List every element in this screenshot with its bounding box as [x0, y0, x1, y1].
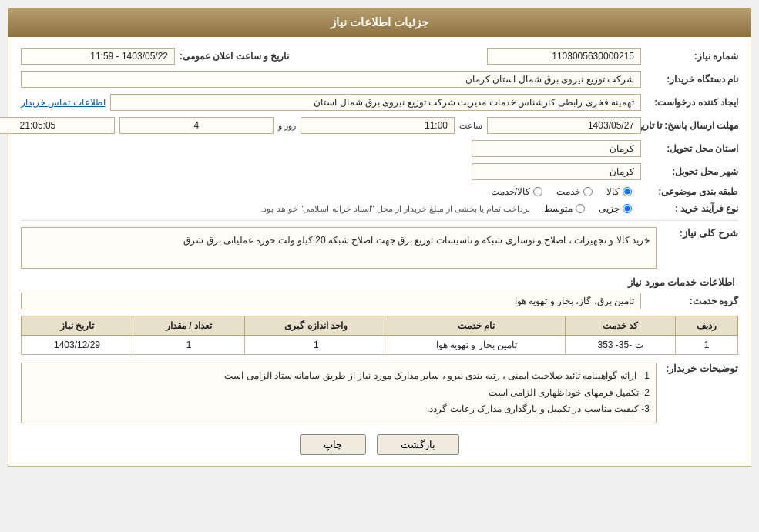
value-buyer-name: شرکت توزیع نیروی برق شمال استان کرمان [21, 71, 641, 88]
label-notes: توضیحات خریدار: [661, 363, 738, 374]
divider-1 [21, 220, 738, 221]
table-header-row: ردیف کد خدمت نام خدمت واحد اندازه گیری ت… [22, 316, 738, 336]
label-announce-date: تاریخ و ساعت اعلان عمومی: [180, 51, 289, 62]
value-description: خرید کالا و تجهیزات ، اصلاح و نوسازی شبک… [21, 227, 657, 269]
note-line: 1 - ارائه گواهینامه تائید صلاحیت ایمنی ،… [28, 368, 650, 385]
value-creator: تهمینه فخری رابطی کارشناس خدمات مدیریت ش… [110, 94, 641, 111]
value-deadline-date: 1403/05/27 [487, 117, 641, 134]
note-line: 2- تکمیل فرمهای خوداظهاری الزامی است [28, 385, 650, 402]
value-city: کرمان [472, 163, 641, 180]
radio-jozi-input[interactable] [623, 204, 632, 213]
radio-jozi[interactable]: جزیی [599, 203, 632, 214]
radio-kala-khedmat-label: کالا/خدمت [491, 186, 530, 197]
cell-unit: 1 [244, 336, 388, 355]
note-line: 3- کیفیت مناسب در تکمیل و بارگذاری مدارک… [28, 401, 650, 418]
row-ref-number: شماره نیاز: 1103005630000215 تاریخ و ساع… [21, 48, 738, 65]
cell-qty: 1 [133, 336, 245, 355]
process-type-note: پرداخت تمام یا بخشی از مبلغ خریدار از مح… [260, 204, 530, 214]
label-city: شهر محل تحویل: [646, 166, 738, 177]
row-deadline: مهلت ارسال پاسخ: تا تاریخ: 1403/05/27 سا… [21, 117, 738, 134]
cell-name: تامین بخار و تهویه هوا [388, 336, 565, 355]
radio-motavasset-label: متوسط [544, 203, 573, 214]
col-header-name: نام خدمت [388, 316, 565, 336]
radio-khedmat-input[interactable] [583, 187, 593, 196]
radio-kala[interactable]: کالا [606, 186, 632, 197]
label-process-type: نوع فرآیند خرید : [646, 203, 738, 214]
radio-jozi-label: جزیی [599, 203, 620, 214]
row-process-type: نوع فرآیند خرید : جزیی متوسط پرداخت تمام… [21, 203, 738, 214]
row-category: طبقه بندی موضوعی: کالا خدمت کالا/خدمت [21, 186, 738, 197]
services-section-header: اطلاعات خدمات مورد نیاز [21, 276, 738, 288]
value-ref-number: 1103005630000215 [487, 48, 641, 65]
radio-kala-input[interactable] [623, 187, 632, 196]
row-service-group: گروه خدمت: تامین برق، گاز، بخار و تهویه … [21, 293, 738, 309]
value-province: کرمان [472, 140, 641, 157]
col-header-code: کد خدمت [565, 316, 675, 336]
cell-code: ت -35- 353 [565, 336, 675, 355]
col-header-qty: تعداد / مقدار [133, 316, 245, 336]
table-row: 1 ت -35- 353 تامین بخار و تهویه هوا 1 1 … [22, 336, 738, 355]
cell-date: 1403/12/29 [22, 336, 133, 355]
value-remaining-time: 21:05:05 [0, 117, 115, 134]
label-province: استان محل تحویل: [646, 143, 738, 154]
radio-kala-label: کالا [606, 186, 620, 197]
row-city: شهر محل تحویل: کرمان [21, 163, 738, 180]
button-row: بازگشت چاپ [21, 434, 738, 455]
label-ref: شماره نیاز: [646, 51, 738, 62]
col-header-unit: واحد اندازه گیری [244, 316, 388, 336]
services-table-body: 1 ت -35- 353 تامین بخار و تهویه هوا 1 1 … [22, 336, 738, 355]
value-service-group: تامین برق، گاز، بخار و تهویه هوا [21, 293, 641, 309]
row-creator: ایجاد کننده درخواست: تهمینه فخری رابطی ک… [21, 94, 738, 111]
label-days: روز و [278, 121, 296, 131]
services-table: ردیف کد خدمت نام خدمت واحد اندازه گیری ت… [21, 316, 738, 355]
radio-kala-khedmat[interactable]: کالا/خدمت [491, 186, 542, 197]
row-notes: توضیحات خریدار: 1 - ارائه گواهینامه تائی… [21, 363, 738, 423]
label-service-group: گروه خدمت: [646, 296, 738, 306]
main-card: شماره نیاز: 1103005630000215 تاریخ و ساع… [8, 37, 751, 467]
contact-info-link[interactable]: اطلاعات تماس خریدار [21, 97, 106, 108]
page-container: جزئیات اطلاعات نیاز شماره نیاز: 11030056… [0, 0, 759, 532]
page-title: جزئیات اطلاعات نیاز [8, 8, 751, 37]
cell-row-num: 1 [676, 336, 738, 355]
radio-motavasset[interactable]: متوسط [544, 203, 585, 214]
label-creator: ایجاد کننده درخواست: [646, 97, 738, 108]
value-deadline-time: 11:00 [301, 117, 455, 134]
label-buyer-name: نام دستگاه خریدار: [646, 74, 738, 85]
label-description: شرح کلی نیاز: [661, 227, 738, 239]
label-time: ساعت [459, 121, 482, 131]
radio-khedmat[interactable]: خدمت [556, 186, 593, 197]
value-announce-date: 1403/05/22 - 11:59 [21, 48, 175, 65]
row-description: شرح کلی نیاز: خرید کالا و تجهیزات ، اصلا… [21, 227, 738, 269]
radio-motavasset-input[interactable] [576, 204, 585, 213]
value-notes: 1 - ارائه گواهینامه تائید صلاحیت ایمنی ،… [21, 363, 657, 423]
row-buyer-name: نام دستگاه خریدار: شرکت توزیع نیروی برق … [21, 71, 738, 88]
label-deadline: مهلت ارسال پاسخ: تا تاریخ: [646, 120, 738, 131]
value-days: 4 [119, 117, 274, 134]
col-header-row-num: ردیف [676, 316, 738, 336]
radio-khedmat-label: خدمت [556, 186, 580, 197]
label-category: طبقه بندی موضوعی: [646, 186, 738, 197]
print-button[interactable]: چاپ [300, 434, 366, 455]
back-button[interactable]: بازگشت [377, 434, 459, 455]
row-province: استان محل تحویل: کرمان [21, 140, 738, 157]
radio-kala-khedmat-input[interactable] [533, 187, 542, 196]
col-header-date: تاریخ نیاز [22, 316, 133, 336]
